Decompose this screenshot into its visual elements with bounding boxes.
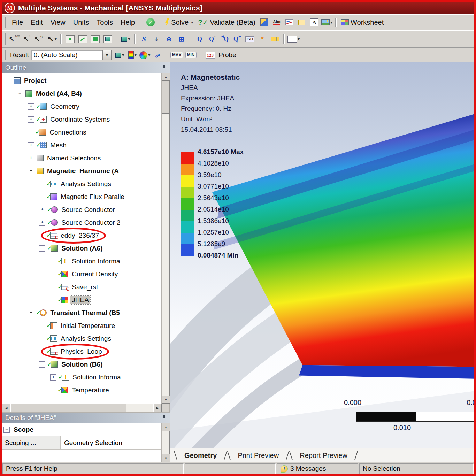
contour-style-icon[interactable]: ▾ <box>126 49 138 61</box>
tab-geometry[interactable]: Geometry <box>174 450 227 461</box>
ruler-icon[interactable] <box>269 33 281 45</box>
menu-help[interactable]: Help <box>117 17 139 28</box>
tree-item-solution-informa[interactable]: +✓Solution Informa <box>2 371 161 384</box>
tree-horizontal-scrollbar[interactable]: ◀ ▶ <box>2 404 170 413</box>
tree-item-named-selections[interactable]: +Named Selections <box>2 152 161 164</box>
tree-item-connections[interactable]: ✓Connections <box>2 126 161 139</box>
details-scrollbar[interactable]: ▲ ▼ <box>161 423 169 462</box>
apply-check-icon[interactable]: ✓ <box>145 16 156 28</box>
status-messages[interactable]: 3 Messages <box>277 463 358 474</box>
viewport-layout-icon[interactable]: ▾ <box>287 33 300 45</box>
validate-button[interactable]: ?✓ Validate (Beta) <box>195 17 258 27</box>
body-select-icon[interactable] <box>102 33 114 45</box>
pin-icon[interactable] <box>161 415 166 421</box>
toolbar-grip[interactable] <box>3 33 6 45</box>
scroll-left-button[interactable]: ◀ <box>2 404 10 412</box>
collapse-box-icon[interactable]: − <box>28 168 34 174</box>
geometry-display-icon[interactable]: ▾ <box>114 49 126 61</box>
tree-vertical-scrollbar[interactable]: ▲ ▼ <box>161 73 169 404</box>
tree-item-analysis-settings[interactable]: ✓Analysis Settings <box>2 332 161 345</box>
result-scale-combo[interactable]: 0. (Auto Scale) ▼ <box>31 50 112 60</box>
magnifier-icon[interactable]: Q <box>194 33 206 45</box>
tree-item-solution-a6[interactable]: −✓Solution (A6) <box>2 242 161 255</box>
tree-item-geometry[interactable]: +✓Geometry <box>2 100 161 113</box>
tree-item-initial-temperature[interactable]: ✓Initial Temperature <box>2 319 161 332</box>
expand-box-icon[interactable]: + <box>28 142 34 148</box>
chevron-down-icon[interactable]: ▾ <box>191 20 193 25</box>
tree-item-source-conductor-2[interactable]: +✓Source Conductor 2 <box>2 216 161 229</box>
tree-item-analysis-settings[interactable]: ✓Analysis Settings <box>2 177 161 190</box>
tree-item-solution-informa[interactable]: ✓Solution Informa <box>2 255 161 268</box>
iso-view-icon[interactable]: ISO <box>244 33 256 45</box>
pin-icon[interactable] <box>161 65 166 70</box>
collapse-box-icon[interactable]: − <box>28 310 34 316</box>
vector-display-icon[interactable]: ⇗ <box>152 49 163 61</box>
solve-button[interactable]: Solve▾ <box>162 18 195 27</box>
new-section-plane-icon[interactable] <box>258 16 270 28</box>
annotation-letter-icon[interactable]: A <box>308 16 320 28</box>
smoothing-icon[interactable]: ▾ <box>139 49 151 61</box>
menu-view[interactable]: View <box>47 17 69 28</box>
tree-item-mesh[interactable]: +✓Mesh <box>2 139 161 152</box>
tree-item-solution-b6[interactable]: −✓Solution (B6) <box>2 358 161 371</box>
tree-item-temperature[interactable]: ✓Temperature <box>2 384 161 397</box>
scroll-thumb[interactable] <box>162 81 169 114</box>
scroll-down-button[interactable]: ▼ <box>162 396 170 404</box>
rescale-icon[interactable]: * <box>256 33 268 45</box>
tree-item-physics-loop[interactable]: ✓Physics_Loop <box>2 345 161 358</box>
collapse-box-icon[interactable]: − <box>17 91 23 97</box>
tree-item-transient-thermal-b5[interactable]: −✓Transient Thermal (B5 <box>2 306 161 319</box>
expand-box-icon[interactable]: + <box>39 207 45 213</box>
tree-item-current-density[interactable]: ✓Current Density <box>2 268 161 281</box>
menu-units[interactable]: Units <box>69 17 93 28</box>
min-annotation-button[interactable]: MIN <box>185 52 197 58</box>
menu-tools[interactable]: Tools <box>93 17 117 28</box>
comment-icon[interactable] <box>296 16 308 28</box>
xyz-cursor-icon[interactable]: ↖xyz <box>33 33 45 45</box>
box-zoom-icon[interactable]: ⊞ <box>176 33 187 45</box>
expand-box-icon[interactable]: + <box>39 220 45 226</box>
coords-cursor-icon[interactable]: ↖100 <box>8 33 20 45</box>
scroll-down-button[interactable]: ▼ <box>162 454 170 462</box>
scroll-up-button[interactable]: ▲ <box>162 423 170 431</box>
expand-box-icon[interactable]: + <box>28 103 34 110</box>
extend-selection-icon[interactable]: ▾ <box>120 33 132 45</box>
vertex-select-icon[interactable] <box>64 33 76 45</box>
collapse-box-icon[interactable]: − <box>3 427 10 433</box>
graphics-viewport[interactable]: A: MagnetostaticJHEAExpression: JHEAFreq… <box>170 62 474 448</box>
zoom-icon[interactable]: ⊕ <box>163 33 175 45</box>
scroll-thumb[interactable] <box>10 404 126 412</box>
expand-box-icon[interactable]: + <box>50 374 56 381</box>
tree-item-model-a4-b4[interactable]: −Model (A4, B4) <box>2 87 161 100</box>
spellcheck-icon[interactable]: Abc <box>271 16 283 28</box>
scroll-up-button[interactable]: ▲ <box>162 73 170 81</box>
tree-item-magnetic-flux-paralle[interactable]: ✓Magnetic Flux Paralle <box>2 190 161 203</box>
toolbar-grip[interactable] <box>3 17 6 28</box>
menu-file[interactable]: File <box>8 17 27 28</box>
rotate-icon[interactable]: S <box>138 33 150 45</box>
pan-icon[interactable]: ↔↕ <box>151 33 162 45</box>
worksheet-button[interactable]: Worksheet <box>339 18 386 27</box>
tree-item-project[interactable]: Project <box>2 74 161 87</box>
details-prop-value[interactable]: Geometry Selection <box>61 439 161 447</box>
collapse-box-icon[interactable]: − <box>39 245 45 252</box>
expand-box-icon[interactable]: + <box>28 116 34 123</box>
details-group-scope[interactable]: − Scope <box>2 423 161 436</box>
previous-view-icon[interactable]: ◀Q <box>219 33 231 45</box>
edge-select-icon[interactable] <box>77 33 89 45</box>
tree-item-jhea[interactable]: ✓JHEA <box>2 293 161 306</box>
face-select-icon[interactable] <box>89 33 101 45</box>
tree-item-magnetic-harmonic-a[interactable]: −Magnetic_Harmonic (A <box>2 164 161 177</box>
tree-item-source-conductor[interactable]: +✓Source Conductor <box>2 203 161 216</box>
collapse-box-icon[interactable]: − <box>39 361 45 368</box>
snap-cursor-icon[interactable]: ↖* <box>21 33 33 45</box>
expand-box-icon[interactable]: + <box>28 155 34 161</box>
combo-dropdown-button[interactable]: ▼ <box>102 50 111 60</box>
tree-item-coordinate-systems[interactable]: +✓Coordinate Systems <box>2 113 161 126</box>
toolbar-grip[interactable] <box>3 50 6 60</box>
scroll-right-button[interactable]: ▶ <box>153 404 162 412</box>
tree-item-eddy-236-37[interactable]: ✓eddy_236/37 <box>2 229 161 242</box>
chart-icon[interactable] <box>283 16 295 28</box>
zoom-window-icon[interactable]: Q▫ <box>206 33 218 45</box>
tree-item-save-rst[interactable]: ✓Save_rst <box>2 281 161 293</box>
